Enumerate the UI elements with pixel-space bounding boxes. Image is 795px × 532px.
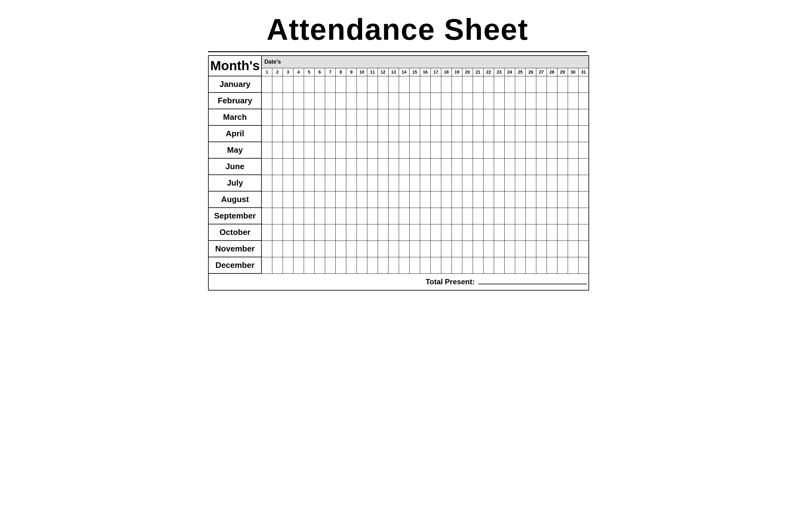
cell-march-1[interactable] <box>261 109 272 126</box>
cell-june-20[interactable] <box>462 158 473 175</box>
cell-april-11[interactable] <box>367 126 377 142</box>
cell-december-2[interactable] <box>272 257 283 273</box>
cell-may-18[interactable] <box>441 142 451 158</box>
cell-october-24[interactable] <box>504 224 515 241</box>
cell-august-21[interactable] <box>473 191 483 208</box>
cell-november-5[interactable] <box>304 241 314 257</box>
cell-july-30[interactable] <box>568 175 578 191</box>
cell-december-7[interactable] <box>325 257 335 273</box>
cell-january-21[interactable] <box>473 76 483 93</box>
cell-december-25[interactable] <box>515 257 525 273</box>
cell-july-26[interactable] <box>525 175 536 191</box>
cell-may-13[interactable] <box>388 142 399 158</box>
cell-march-13[interactable] <box>388 109 399 126</box>
cell-march-19[interactable] <box>451 109 462 126</box>
cell-february-11[interactable] <box>367 93 377 109</box>
cell-november-23[interactable] <box>494 241 504 257</box>
cell-december-8[interactable] <box>335 257 346 273</box>
cell-january-27[interactable] <box>536 76 547 93</box>
cell-june-8[interactable] <box>335 158 346 175</box>
cell-april-19[interactable] <box>451 126 462 142</box>
cell-september-15[interactable] <box>409 208 420 224</box>
cell-october-30[interactable] <box>568 224 578 241</box>
cell-february-13[interactable] <box>388 93 399 109</box>
cell-february-26[interactable] <box>525 93 536 109</box>
cell-september-20[interactable] <box>462 208 473 224</box>
cell-september-7[interactable] <box>325 208 335 224</box>
cell-february-25[interactable] <box>515 93 525 109</box>
cell-january-19[interactable] <box>451 76 462 93</box>
cell-april-15[interactable] <box>409 126 420 142</box>
cell-february-18[interactable] <box>441 93 451 109</box>
cell-january-25[interactable] <box>515 76 525 93</box>
cell-august-23[interactable] <box>494 191 504 208</box>
cell-july-22[interactable] <box>483 175 494 191</box>
cell-december-21[interactable] <box>473 257 483 273</box>
cell-may-11[interactable] <box>367 142 377 158</box>
cell-march-25[interactable] <box>515 109 525 126</box>
cell-april-6[interactable] <box>314 126 325 142</box>
cell-april-8[interactable] <box>335 126 346 142</box>
cell-november-7[interactable] <box>325 241 335 257</box>
cell-october-20[interactable] <box>462 224 473 241</box>
cell-march-24[interactable] <box>504 109 515 126</box>
cell-may-22[interactable] <box>483 142 494 158</box>
cell-june-16[interactable] <box>420 158 430 175</box>
cell-february-24[interactable] <box>504 93 515 109</box>
cell-may-7[interactable] <box>325 142 335 158</box>
cell-august-20[interactable] <box>462 191 473 208</box>
cell-february-22[interactable] <box>483 93 494 109</box>
cell-february-9[interactable] <box>346 93 356 109</box>
cell-june-5[interactable] <box>304 158 314 175</box>
cell-january-16[interactable] <box>420 76 430 93</box>
cell-october-2[interactable] <box>272 224 283 241</box>
cell-april-9[interactable] <box>346 126 356 142</box>
cell-september-28[interactable] <box>547 208 557 224</box>
cell-november-1[interactable] <box>261 241 272 257</box>
cell-october-7[interactable] <box>325 224 335 241</box>
cell-may-15[interactable] <box>409 142 420 158</box>
cell-august-26[interactable] <box>525 191 536 208</box>
cell-february-14[interactable] <box>399 93 409 109</box>
cell-september-19[interactable] <box>451 208 462 224</box>
cell-august-8[interactable] <box>335 191 346 208</box>
cell-april-12[interactable] <box>377 126 388 142</box>
cell-november-3[interactable] <box>283 241 293 257</box>
cell-june-21[interactable] <box>473 158 483 175</box>
cell-may-10[interactable] <box>356 142 367 158</box>
cell-november-15[interactable] <box>409 241 420 257</box>
cell-july-17[interactable] <box>430 175 441 191</box>
cell-november-10[interactable] <box>356 241 367 257</box>
cell-october-31[interactable] <box>578 224 589 241</box>
cell-july-3[interactable] <box>283 175 293 191</box>
cell-october-23[interactable] <box>494 224 504 241</box>
cell-january-7[interactable] <box>325 76 335 93</box>
cell-march-27[interactable] <box>536 109 547 126</box>
cell-august-10[interactable] <box>356 191 367 208</box>
cell-september-17[interactable] <box>430 208 441 224</box>
cell-september-10[interactable] <box>356 208 367 224</box>
cell-march-23[interactable] <box>494 109 504 126</box>
cell-november-4[interactable] <box>293 241 304 257</box>
cell-october-10[interactable] <box>356 224 367 241</box>
cell-may-31[interactable] <box>578 142 589 158</box>
cell-october-11[interactable] <box>367 224 377 241</box>
cell-february-12[interactable] <box>377 93 388 109</box>
cell-august-31[interactable] <box>578 191 589 208</box>
cell-january-10[interactable] <box>356 76 367 93</box>
cell-november-18[interactable] <box>441 241 451 257</box>
cell-july-11[interactable] <box>367 175 377 191</box>
cell-december-3[interactable] <box>283 257 293 273</box>
cell-october-26[interactable] <box>525 224 536 241</box>
cell-september-26[interactable] <box>525 208 536 224</box>
cell-february-20[interactable] <box>462 93 473 109</box>
cell-june-12[interactable] <box>377 158 388 175</box>
cell-december-11[interactable] <box>367 257 377 273</box>
cell-may-26[interactable] <box>525 142 536 158</box>
cell-july-25[interactable] <box>515 175 525 191</box>
cell-august-3[interactable] <box>283 191 293 208</box>
cell-october-29[interactable] <box>557 224 568 241</box>
cell-august-7[interactable] <box>325 191 335 208</box>
cell-july-14[interactable] <box>399 175 409 191</box>
cell-october-13[interactable] <box>388 224 399 241</box>
